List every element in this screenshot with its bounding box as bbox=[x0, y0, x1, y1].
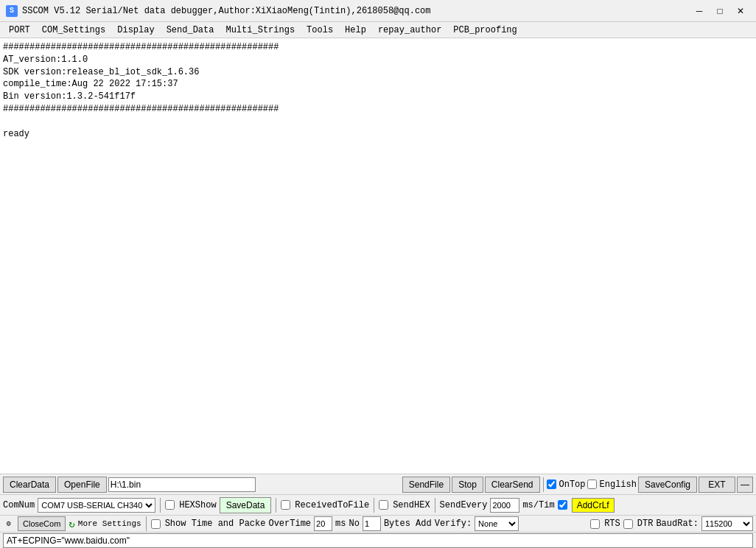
verify-label: Verify: bbox=[435, 519, 472, 529]
menu-bar: PORT COM_Settings Display Send_Data Mult… bbox=[0, 22, 756, 38]
separator5 bbox=[435, 498, 435, 513]
send-hex-checkbox[interactable] bbox=[379, 500, 388, 510]
maximize-button[interactable]: □ bbox=[710, 4, 729, 18]
send-input[interactable] bbox=[3, 533, 753, 548]
baud-label: BaudRat: bbox=[656, 519, 699, 529]
hex-show-checkbox[interactable] bbox=[165, 500, 175, 510]
refresh-icon[interactable]: ↻ bbox=[69, 518, 74, 530]
bytes-add-label: Bytes Add bbox=[384, 519, 432, 529]
terminal-area[interactable]: ########################################… bbox=[0, 38, 756, 474]
hex-show-label: HEXShow bbox=[179, 500, 216, 510]
terminal-output: ########################################… bbox=[3, 41, 753, 140]
no-label: No bbox=[349, 519, 359, 529]
send-every-label: SendEvery bbox=[440, 500, 488, 510]
toolbar-row1: ClearData OpenFile SendFile Stop ClearSe… bbox=[0, 474, 756, 495]
menu-help[interactable]: Help bbox=[339, 24, 372, 37]
timer-checkbox[interactable] bbox=[558, 500, 567, 510]
menu-multi-strings[interactable]: Multi_Strings bbox=[220, 24, 301, 37]
rts-checkbox[interactable] bbox=[590, 519, 600, 529]
english-checkbox[interactable] bbox=[587, 480, 597, 489]
title-text: SSCOM V5.12 Serial/Net data debugger,Aut… bbox=[22, 6, 431, 16]
ms-tim-label: ms/Tim bbox=[522, 500, 554, 510]
received-to-file-label: ReceivedToFile bbox=[295, 500, 369, 510]
separator2 bbox=[160, 498, 161, 513]
send-bar bbox=[0, 532, 756, 548]
on-top-checkbox[interactable] bbox=[547, 480, 556, 489]
title-bar: S SSCOM V5.12 Serial/Net data debugger,A… bbox=[0, 0, 756, 22]
ms-label: ms bbox=[335, 519, 346, 529]
separator4 bbox=[374, 498, 374, 513]
app-icon: S bbox=[6, 5, 18, 17]
separator3 bbox=[276, 498, 276, 513]
no-input[interactable] bbox=[363, 516, 381, 531]
dtr-checkbox[interactable] bbox=[623, 519, 633, 529]
minimize-button[interactable]: ─ bbox=[690, 4, 709, 18]
com-select[interactable]: COM7 USB-SERIAL CH340 bbox=[38, 498, 155, 513]
save-config-button[interactable]: SaveConfig bbox=[638, 477, 697, 493]
com-icon: ⚙ bbox=[3, 518, 15, 530]
received-to-file-checkbox[interactable] bbox=[281, 500, 290, 510]
rts-label: RTS bbox=[604, 519, 620, 529]
menu-tools[interactable]: Tools bbox=[301, 24, 339, 37]
menu-com-settings[interactable]: COM_Settings bbox=[36, 24, 111, 37]
menu-repay-author[interactable]: repay_author bbox=[372, 24, 447, 37]
menu-display[interactable]: Display bbox=[111, 24, 160, 37]
toolbar-row3: ⚙ CloseCom ↻ More Settings Show Time and… bbox=[0, 516, 756, 532]
close-com-button[interactable]: CloseCom bbox=[18, 516, 66, 531]
send-every-input[interactable] bbox=[490, 498, 519, 513]
com-num-label: ComNum bbox=[3, 500, 35, 510]
file-path-input[interactable] bbox=[108, 477, 256, 492]
close-button[interactable]: ✕ bbox=[731, 4, 750, 18]
title-left: S SSCOM V5.12 Serial/Net data debugger,A… bbox=[6, 5, 431, 17]
menu-pcb-proofing[interactable]: PCB_proofing bbox=[447, 24, 522, 37]
clear-send-button[interactable]: ClearSend bbox=[485, 477, 540, 493]
stop-button[interactable]: Stop bbox=[452, 477, 483, 493]
menu-send-data[interactable]: Send_Data bbox=[161, 24, 220, 37]
overtime-label: OverTime bbox=[268, 519, 311, 529]
ext-button[interactable]: EXT bbox=[699, 477, 735, 493]
clear-data-button[interactable]: ClearData bbox=[3, 477, 56, 493]
send-hex-label: SendHEX bbox=[393, 500, 430, 510]
separator6 bbox=[146, 516, 147, 531]
send-file-button[interactable]: SendFile bbox=[402, 477, 450, 493]
separator1 bbox=[543, 477, 544, 492]
verify-select[interactable]: None bbox=[475, 516, 519, 531]
english-label: English bbox=[600, 480, 637, 490]
baud-select[interactable]: 115200 bbox=[701, 516, 753, 531]
overtime-input[interactable] bbox=[314, 516, 332, 531]
dtr-label: DTR bbox=[637, 519, 654, 529]
open-file-button[interactable]: OpenFile bbox=[57, 477, 107, 493]
show-time-checkbox[interactable] bbox=[151, 519, 161, 529]
title-controls: ─ □ ✕ bbox=[690, 4, 750, 18]
on-top-label: OnTop bbox=[559, 480, 586, 490]
toolbar-row2: ComNum COM7 USB-SERIAL CH340 HEXShow Sav… bbox=[0, 495, 756, 516]
add-crlf-button[interactable]: AddCrLf bbox=[572, 498, 615, 513]
more-settings-label[interactable]: More Settings bbox=[78, 519, 141, 528]
dash-button[interactable]: — bbox=[737, 477, 753, 493]
menu-port[interactable]: PORT bbox=[3, 24, 36, 37]
show-time-label: Show Time and Packe bbox=[165, 519, 266, 529]
save-data-button[interactable]: SaveData bbox=[220, 497, 272, 513]
